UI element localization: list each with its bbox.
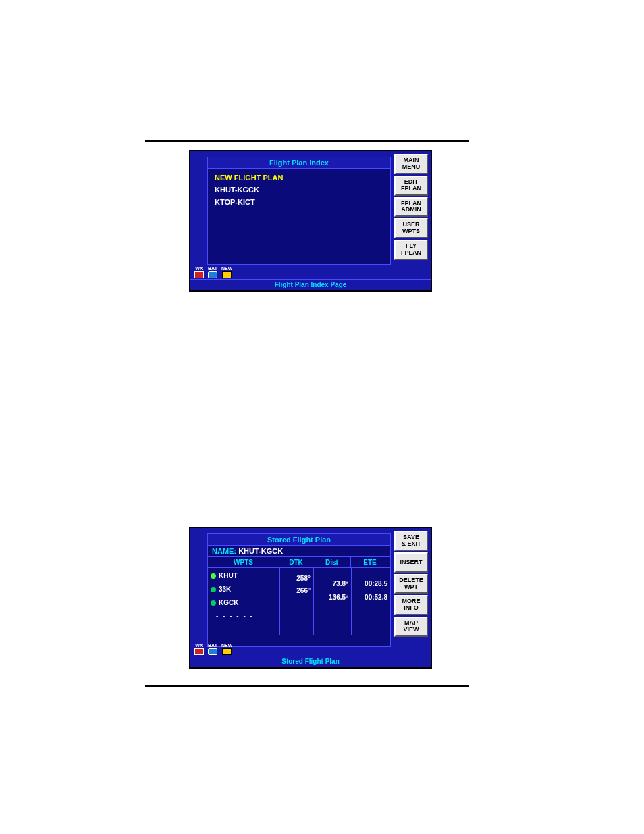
waypoint-dot-icon — [211, 573, 216, 579]
column-divider — [313, 568, 314, 635]
panel-title: Stored Flight Plan — [208, 534, 390, 546]
table-header: WPTS DTK Dist ETE — [208, 557, 390, 568]
device-flight-plan-index: Flight Plan Index NEW FLIGHT PLAN KHUT-K… — [189, 150, 432, 292]
col-dist-header: Dist — [313, 557, 351, 567]
leg-dtk: 258° — [281, 575, 311, 582]
msg-icon — [222, 648, 232, 655]
battery-icon — [208, 271, 217, 278]
table-body: KHUT 33K KGCK - - - - - - 258° 73.8ⁿ 00:… — [208, 568, 390, 635]
wx-icon — [194, 271, 204, 278]
waypoint-row[interactable]: KHUT — [208, 571, 240, 581]
device-stored-flight-plan: Stored Flight Plan NAME: KHUT-KGCK WPTS … — [189, 527, 432, 669]
delete-wpt-button[interactable]: DELETEWPT — [394, 574, 428, 594]
waypoint-dot-icon — [211, 600, 216, 606]
status-new: NEW — [221, 266, 232, 278]
list-item-new-flight-plan[interactable]: NEW FLIGHT PLAN — [215, 172, 383, 184]
status-row: WX BAT NEW — [194, 643, 232, 655]
waypoint-ident: 33K — [219, 585, 231, 593]
waypoint-dot-icon — [211, 587, 216, 592]
waypoint-ident: KHUT — [219, 572, 238, 579]
softkey-column: SAVE& EXIT INSERT DELETEWPT MOREINFO MAP… — [394, 531, 428, 637]
empty-waypoint-slot[interactable]: - - - - - - — [211, 610, 259, 621]
user-wpts-button[interactable]: USERWPTS — [394, 218, 428, 238]
map-view-button[interactable]: MAPVIEW — [394, 617, 428, 637]
main-panel: Stored Flight Plan NAME: KHUT-KGCK WPTS … — [207, 533, 391, 647]
waypoint-row[interactable]: 33K — [208, 584, 234, 594]
column-divider — [279, 568, 280, 635]
status-bat: BAT — [208, 643, 217, 655]
battery-icon — [208, 648, 217, 655]
waypoint-row[interactable]: KGCK — [208, 598, 241, 608]
column-divider — [351, 568, 352, 635]
name-row: NAME: KHUT-KGCK — [208, 546, 390, 557]
list-item-plan[interactable]: KTOP-KICT — [215, 196, 383, 208]
col-dtk-header: DTK — [279, 557, 313, 567]
leg-dist: 73.8ⁿ — [315, 580, 348, 588]
wx-icon — [194, 648, 204, 655]
divider — [145, 685, 469, 687]
leg-ete: 00:52.8 — [352, 594, 387, 601]
main-menu-button[interactable]: MAINMENU — [394, 154, 428, 174]
waypoint-ident: KGCK — [219, 599, 238, 606]
fly-fplan-button[interactable]: FLYFPLAN — [394, 240, 428, 260]
fplan-admin-button[interactable]: FPLANADMIN — [394, 197, 428, 217]
name-label: NAME: — [212, 547, 236, 555]
list-item-plan[interactable]: KHUT-KGCK — [215, 184, 383, 196]
status-wx: WX — [194, 643, 204, 655]
leg-dist: 136.5ⁿ — [315, 594, 348, 601]
softkey-column: MAINMENU EDITFPLAN FPLANADMIN USERWPTS F… — [394, 154, 428, 260]
msg-icon — [222, 271, 232, 278]
leg-dtk: 266° — [281, 587, 311, 594]
col-wpts-header: WPTS — [208, 557, 279, 567]
edit-fplan-button[interactable]: EDITFPLAN — [394, 176, 428, 196]
leg-ete: 00:28.5 — [352, 580, 387, 588]
name-value[interactable]: KHUT-KGCK — [238, 547, 283, 555]
more-info-button[interactable]: MOREINFO — [394, 595, 428, 615]
divider — [145, 140, 469, 142]
status-row: WX BAT NEW — [194, 266, 232, 278]
status-new: NEW — [221, 643, 232, 655]
save-exit-button[interactable]: SAVE& EXIT — [394, 531, 428, 551]
col-ete-header: ETE — [351, 557, 389, 567]
flight-plan-list: NEW FLIGHT PLAN KHUT-KGCK KTOP-KICT — [208, 169, 390, 211]
footer-label: Stored Flight Plan — [190, 656, 431, 665]
main-panel: Flight Plan Index NEW FLIGHT PLAN KHUT-K… — [207, 157, 391, 265]
insert-button[interactable]: INSERT — [394, 552, 428, 573]
status-bat: BAT — [208, 266, 217, 278]
footer-label: Flight Plan Index Page — [190, 279, 431, 288]
panel-title: Flight Plan Index — [208, 157, 390, 169]
status-wx: WX — [194, 266, 204, 278]
